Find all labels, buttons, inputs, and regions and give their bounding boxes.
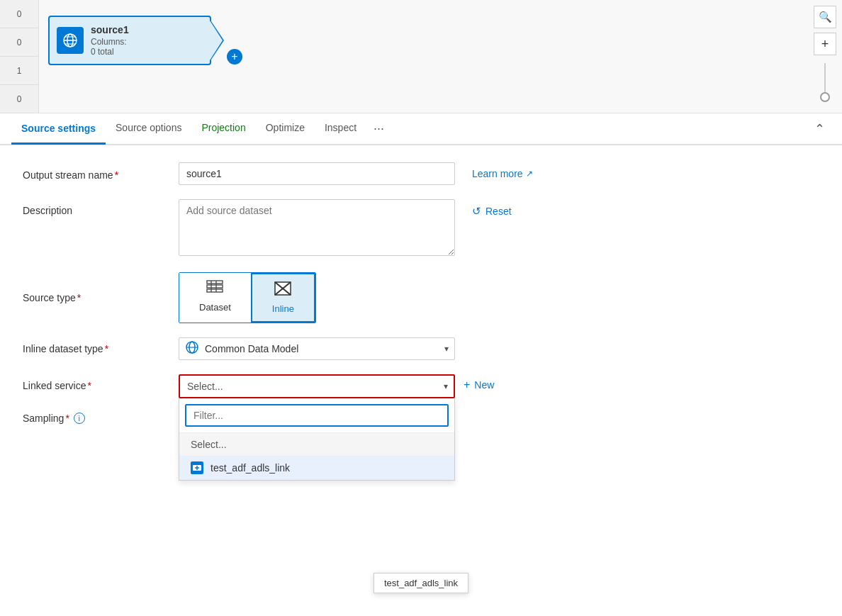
required-star-linked: * [88,380,91,391]
linked-chevron-down-icon: ▾ [444,381,448,391]
description-control [179,199,455,258]
inline-dataset-type-control: Common Data Model ▾ [179,337,455,360]
description-row: Description ↺ Reset [23,199,819,258]
cdm-icon-left [185,340,199,357]
new-linked-service-button[interactable]: + New [464,379,494,391]
axis-label-1: 0 [0,28,38,57]
node-subtitle: Columns: 0 total [91,37,129,57]
source-type-label: Source type* [23,292,179,303]
required-star-inline: * [105,343,108,354]
output-stream-name-label: Output stream name* [23,167,179,181]
tab-source-settings[interactable]: Source settings [11,114,106,145]
output-stream-name-row: Output stream name* Learn more ↗ [23,162,819,185]
svg-rect-5 [207,281,223,284]
linked-service-row: Linked service* Select... ▾ Select... [23,374,819,398]
sampling-label: Sampling* i [23,413,179,424]
output-stream-name-control [179,162,455,185]
zoom-in-button[interactable]: + [814,33,836,55]
axis-label-3: 0 [0,85,38,113]
node-title: source1 [91,24,129,35]
tab-source-options[interactable]: Source options [106,113,191,144]
source-node[interactable]: source1 Columns: 0 total [48,16,211,65]
add-node-button[interactable]: + [227,49,242,65]
zoom-handle[interactable] [820,92,830,102]
dropdown-option-test-link[interactable]: test_adf_adls_link [179,456,454,480]
tabs-container: Source settings Source options Projectio… [0,113,842,145]
node-info: source1 Columns: 0 total [91,24,129,57]
learn-more-actions: Learn more ↗ [472,168,533,179]
dropdown-option-default[interactable]: Select... [179,433,454,456]
adls-link-icon [191,461,203,474]
linked-service-dropdown-trigger[interactable]: Select... ▾ [179,374,455,398]
plus-icon: + [464,379,470,391]
description-textarea[interactable] [179,199,455,256]
tab-optimize[interactable]: Optimize [256,113,315,144]
axis-label-0: 0 [0,0,38,28]
inline-dataset-type-label: Inline dataset type* [23,343,179,354]
linked-service-dropdown-panel: Select... test_adf_adls_link [179,398,455,481]
new-linked-service-area: + New [464,374,494,391]
linked-service-control: Select... ▾ Select... test_adf_adls_l [179,374,455,398]
external-link-icon: ↗ [526,169,533,179]
dropdown-filter-input[interactable] [185,404,449,427]
linked-service-label: Linked service* [23,374,179,391]
dataset-icon [206,280,223,298]
inline-icon [274,281,291,299]
reset-button[interactable]: ↺ Reset [472,205,512,218]
inline-dataset-type-dropdown[interactable]: Common Data Model ▾ [179,337,455,360]
inline-dataset-type-text: Common Data Model [205,343,432,354]
required-star-source: * [77,292,81,303]
svg-rect-6 [207,285,223,288]
required-star: * [115,169,118,181]
svg-rect-7 [207,289,223,292]
required-star-sampling: * [65,413,69,424]
tab-inspect[interactable]: Inspect [315,113,366,144]
description-label: Description [23,199,179,216]
dataset-button[interactable]: Dataset [179,273,251,323]
inline-dataset-type-row: Inline dataset type* Common Data Model ▾ [23,337,819,360]
reset-actions: ↺ Reset [472,199,512,218]
chevron-down-icon: ▾ [444,344,449,354]
search-button[interactable]: 🔍 [814,6,836,28]
tab-projection[interactable]: Projection [191,113,255,144]
inline-button[interactable]: Inline [251,273,315,323]
dropdown-filter-area [179,398,454,433]
output-stream-name-input[interactable] [179,162,455,185]
reset-icon: ↺ [472,205,481,218]
node-icon-bg [57,27,84,54]
content-area: Output stream name* Learn more ↗ Descrip… [0,145,842,612]
linked-service-placeholder: Select... [187,381,431,392]
adls-link-label: test_adf_adls_link [211,462,290,474]
collapse-panel-button[interactable]: ⌃ [809,116,831,142]
tabs-more-button[interactable]: ··· [366,116,391,142]
tooltip: test_adf_adls_link [374,573,468,593]
info-icon[interactable]: i [74,413,85,424]
source-type-control: Dataset Inline [179,272,316,323]
zoom-control [814,60,836,102]
learn-more-link[interactable]: Learn more ↗ [472,168,533,179]
source-type-row: Source type* Dataset [23,272,819,323]
axis-label-2: 1 [0,57,38,85]
